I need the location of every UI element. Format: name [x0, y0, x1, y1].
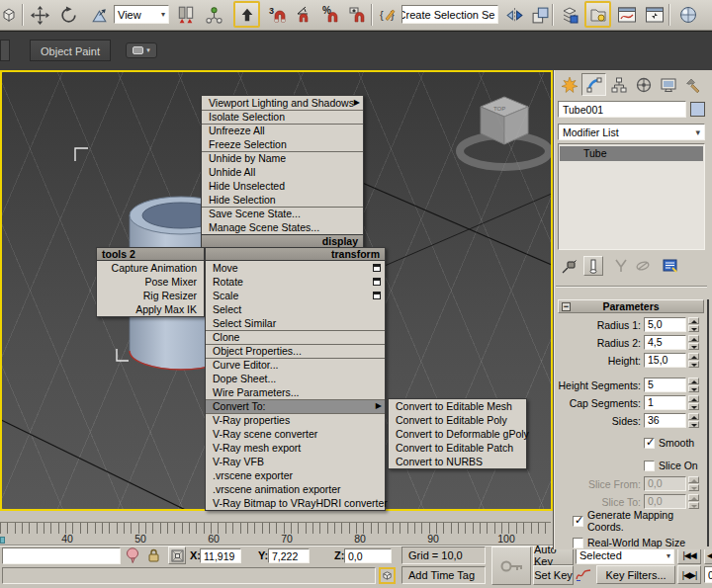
menu-item[interactable]: Curve Editor... — [206, 358, 385, 372]
menu-item[interactable]: Capture Animation — [97, 261, 204, 275]
align-button[interactable] — [527, 2, 553, 28]
height-field[interactable]: 15,0 — [644, 353, 686, 368]
smooth-checkbox-row[interactable]: Smooth — [644, 436, 694, 450]
tab-utilities[interactable] — [680, 73, 705, 96]
stack-item-tube[interactable]: Tube — [560, 146, 703, 161]
key-filters-button[interactable]: Key Filters... — [596, 565, 675, 584]
menu-item[interactable]: V-Ray VFB — [206, 455, 385, 468]
slice-from-field[interactable]: 0,0 — [644, 476, 686, 491]
menu-item[interactable]: Convert to NURBS — [389, 455, 526, 468]
keyboard-shortcut-override-toggle[interactable] — [233, 1, 260, 28]
remove-modifier-button[interactable] — [635, 258, 651, 276]
menu-item[interactable]: .vrscene animation exporter — [206, 482, 385, 496]
add-time-tag[interactable]: Add Time Tag — [401, 566, 486, 584]
slice-from-spinner[interactable] — [688, 476, 699, 491]
menu-item[interactable]: Save Scene State... — [202, 207, 363, 220]
edit-named-selection-sets-button[interactable]: {} — [376, 2, 401, 28]
real-world-map-size-checkbox[interactable] — [573, 538, 583, 548]
height-segments-spinner[interactable] — [688, 378, 699, 392]
percent-snap-toggle-button[interactable]: % — [318, 2, 344, 28]
cap-segments-field[interactable]: 1 — [644, 395, 686, 410]
height-spinner[interactable] — [688, 353, 699, 368]
menu-item[interactable]: Unhide All — [202, 165, 363, 179]
maxscript-mini-listener[interactable] — [2, 547, 121, 564]
coord-x-field[interactable] — [200, 548, 241, 563]
generate-mapping-coords-checkbox[interactable] — [573, 516, 583, 527]
settings-box-icon[interactable] — [373, 264, 381, 272]
menu-item[interactable]: Select — [206, 302, 385, 316]
select-and-move-button[interactable] — [27, 2, 52, 28]
schematic-view-button[interactable] — [642, 2, 668, 28]
menu-item[interactable]: Clone — [206, 330, 385, 344]
menu-item[interactable]: V-Ray scene converter — [206, 427, 385, 441]
set-keys-button[interactable] — [491, 546, 531, 585]
modifier-stack[interactable]: Tube — [558, 143, 705, 250]
menu-item[interactable]: Convert to Editable Poly — [389, 413, 526, 427]
slice-to-spinner[interactable] — [688, 494, 699, 509]
tab-hierarchy[interactable] — [606, 73, 631, 96]
snap-toggle-3d-button[interactable]: 3 — [265, 2, 291, 28]
real-world-map-size-row[interactable]: Real-World Map Size — [573, 536, 685, 549]
cap-segments-spinner[interactable] — [688, 395, 699, 410]
current-frame-field[interactable] — [704, 566, 712, 583]
menu-item[interactable]: Unhide by Name — [202, 151, 363, 165]
tab-motion[interactable] — [631, 73, 656, 96]
menu-item[interactable]: Select Similar — [206, 316, 385, 330]
coord-y-input[interactable] — [272, 550, 306, 562]
slice-on-checkbox[interactable] — [644, 461, 655, 471]
select-and-scale-button[interactable] — [86, 2, 112, 28]
select-and-place-button[interactable] — [0, 2, 22, 28]
menu-item[interactable]: Viewport Lighting and Shadows▶ — [202, 96, 363, 110]
spinner-snap-toggle-button[interactable] — [345, 2, 371, 28]
radius2-field[interactable]: 4,5 — [644, 335, 686, 350]
settings-box-icon[interactable] — [373, 292, 381, 299]
slice-to-field[interactable]: 0,0 — [644, 494, 686, 509]
curve-editor-button[interactable] — [614, 2, 640, 28]
height-segments-field[interactable]: 5 — [644, 378, 686, 392]
tab-display[interactable] — [656, 73, 680, 96]
menu-item[interactable]: Hide Selection — [202, 193, 363, 207]
object-color-swatch[interactable] — [690, 102, 705, 117]
menu-item[interactable]: Manage Scene States... — [202, 220, 363, 234]
radius1-field[interactable]: 5,0 — [644, 317, 686, 332]
menu-item[interactable]: V-Ray mesh export — [206, 441, 385, 455]
reference-coordinate-system-dropdown[interactable]: View ▾ — [114, 5, 169, 24]
viewcube[interactable]: TOP — [460, 97, 549, 167]
menu-item[interactable]: V-Ray Bitmap to VRayHDRI converter — [206, 496, 385, 510]
time-slider-edge[interactable] — [0, 537, 5, 544]
mirror-button[interactable] — [501, 2, 527, 28]
select-and-rotate-button[interactable] — [55, 2, 81, 28]
use-pivot-point-center-button[interactable] — [173, 2, 199, 28]
menu-item[interactable]: Convert to Deformable gPoly — [389, 427, 526, 441]
pin-stack-button[interactable] — [561, 258, 578, 277]
rollout-scroll-strip[interactable] — [707, 299, 709, 546]
object-name-input[interactable] — [563, 104, 681, 116]
timeline-ruler[interactable] — [0, 522, 551, 534]
set-key-button[interactable]: Set Key — [533, 565, 574, 585]
ribbon-tab-sliver[interactable] — [0, 40, 10, 61]
menu-item[interactable]: Scale — [206, 289, 385, 302]
parameters-rollout-header[interactable]: − Parameters — [558, 299, 704, 313]
ribbon-flyout-button[interactable]: ▾ — [126, 42, 157, 58]
sides-field[interactable]: 36 — [644, 413, 686, 428]
named-selection-set-dropdown[interactable]: Create Selection Se ▾ — [401, 5, 498, 24]
sides-spinner[interactable] — [688, 413, 699, 428]
menu-item[interactable]: Dope Sheet... — [206, 372, 385, 385]
menu-item[interactable]: Isolate Selection — [202, 110, 363, 124]
collapse-icon[interactable]: − — [562, 302, 571, 311]
generate-mapping-coords-row[interactable]: Generate Mapping Coords. — [573, 514, 712, 528]
smooth-checkbox[interactable] — [644, 438, 655, 449]
coord-y-field[interactable] — [268, 548, 310, 563]
absolute-mode-transform-toggle[interactable] — [168, 546, 186, 564]
menu-item[interactable]: Unfreeze All — [202, 124, 363, 137]
tab-create[interactable] — [557, 73, 581, 96]
tab-object-paint[interactable]: Object Paint — [30, 40, 111, 61]
material-editor-button[interactable] — [675, 2, 701, 28]
menu-item[interactable]: Move — [206, 261, 385, 275]
menu-item[interactable]: Convert to Editable Patch — [389, 441, 526, 455]
communicate-balloon-icon[interactable] — [126, 546, 141, 564]
coord-z-field[interactable] — [344, 548, 392, 563]
current-frame-input[interactable] — [708, 569, 712, 581]
time-tag-cube-toggle[interactable] — [379, 567, 396, 584]
scene-explorer-toggle[interactable] — [584, 1, 611, 28]
